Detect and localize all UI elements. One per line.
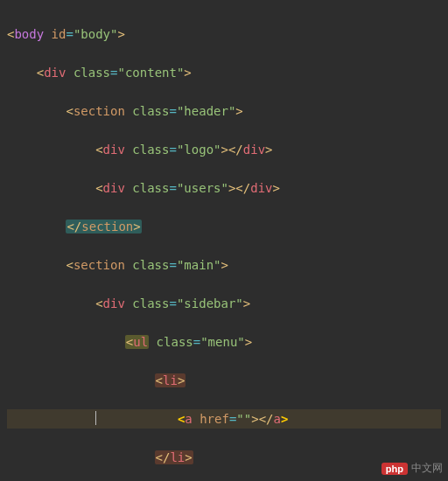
code-line: <ul class="menu"> — [7, 332, 441, 352]
code-line: <li> — [7, 371, 441, 390]
code-line-current: <a href=""></a> — [7, 409, 441, 429]
code-line: <section class="header"> — [7, 101, 441, 121]
code-line: <div class="sidebar"> — [7, 294, 441, 313]
code-line: </section> — [7, 217, 441, 236]
text-cursor — [95, 411, 96, 425]
code-line: <div class="logo"></div> — [7, 140, 441, 159]
code-editor[interactable]: <body id="body"> <div class="content"> <… — [0, 0, 448, 481]
code-line: </li> — [7, 448, 441, 467]
watermark: php 中文网 — [382, 461, 443, 476]
code-line: <section class="main"> — [7, 255, 441, 275]
watermark-text: 中文网 — [411, 461, 443, 476]
watermark-badge: php — [382, 463, 408, 475]
code-line: <div class="content"> — [7, 63, 441, 82]
code-line: <div class="users"></div> — [7, 178, 441, 198]
code-line: <body id="body"> — [7, 24, 441, 44]
